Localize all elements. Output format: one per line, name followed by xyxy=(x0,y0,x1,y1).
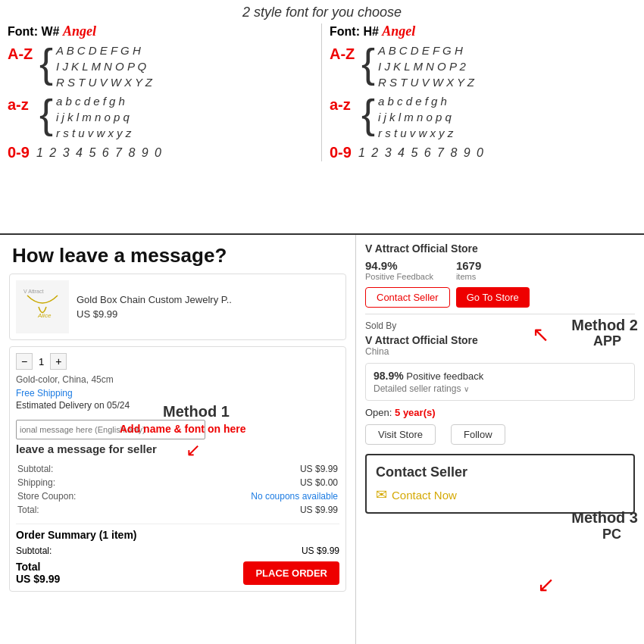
font-left-uppercase-letters: A B C D E F G H I J K L M N O P Q R S T … xyxy=(56,42,152,90)
qty-value: 1 xyxy=(39,356,44,367)
font-left-label: Font: W# Angel xyxy=(8,23,314,39)
font-right-num-values: 1 2 3 4 5 6 7 8 9 0 xyxy=(358,146,485,160)
chevron-down-icon: ∨ xyxy=(464,385,469,393)
store-name: V Attract Official Store xyxy=(365,242,635,255)
font-right-uppercase-block: A-Z { A B C D E F G H I J K L M N O P 2 … xyxy=(330,42,636,90)
font-right-az-upper: A-Z xyxy=(330,45,358,63)
free-shipping-label: Free Shipping xyxy=(16,388,339,399)
font-left-az-upper: A-Z xyxy=(8,45,36,63)
font-right-lowercase-letters: a b c d e f g h i j k l m n o p q r s t … xyxy=(378,93,453,141)
contact-box: Contact Seller ✉ Contact Now xyxy=(365,454,635,514)
order-details: − 1 + Gold-color, China, 45cm Free Shipp… xyxy=(9,346,346,592)
font-right-numbers-row: 0-9 1 2 3 4 5 6 7 8 9 0 xyxy=(330,144,636,161)
how-to-title: How leave a message? xyxy=(0,235,355,274)
os-total-row: Total US $9.99 PLACE ORDER xyxy=(16,561,339,585)
store-stats: 94.9% Positive Feedback 1679 items xyxy=(365,259,635,281)
method1-label: Method 1 xyxy=(163,403,230,420)
font-left-numbers-row: 0-9 1 2 3 4 5 6 7 8 9 0 xyxy=(8,144,314,161)
font-left-az-lower: a-z xyxy=(8,96,36,114)
feedback-box: 98.9% Positive feedback Detailed seller … xyxy=(365,363,635,401)
subtotal-label: Subtotal: xyxy=(17,463,146,475)
font-left-uppercase-block: A-Z { A B C D E F G H I J K L M N O P Q … xyxy=(8,42,314,90)
items-count: 1679 xyxy=(456,259,481,272)
mail-icon: ✉ xyxy=(376,486,387,503)
bottom-section: How leave a message? V Attract Alice Gol… xyxy=(0,235,644,644)
font-left-col: Font: W# Angel A-Z { A B C D E F G H I J… xyxy=(0,23,322,161)
feedback-pct: 94.9% xyxy=(365,259,433,272)
os-subtotal-val: US $9.99 xyxy=(302,546,339,556)
product-name: Gold Box Chain Custom Jewelry P.. xyxy=(77,294,232,305)
method2-label: Method 2 xyxy=(571,317,638,334)
feedback-detail-link[interactable]: Detailed seller ratings ∨ xyxy=(374,383,627,394)
subtotal-val: US $9.99 xyxy=(148,463,338,475)
font-right-num-label: 0-9 xyxy=(330,144,358,161)
product-price: US $9.99 xyxy=(77,308,232,320)
top-title: 2 style font for you choose xyxy=(0,0,644,23)
app-label: APP xyxy=(593,333,621,349)
go-to-store-button[interactable]: Go To Store xyxy=(456,287,530,308)
total-sm-label: Total: xyxy=(17,504,146,516)
contact-seller-button[interactable]: Contact Seller xyxy=(365,287,450,308)
font-right-lowercase-block: a-z { a b c d e f g h i j k l m n o p q … xyxy=(330,93,636,141)
os-total-left: Total US $9.99 xyxy=(16,561,60,585)
font-right-name: Angel xyxy=(382,23,415,39)
os-total-price: US $9.99 xyxy=(16,573,60,585)
font-right-col: Font: H# Angel A-Z { A B C D E F G H I J… xyxy=(322,23,644,161)
font-left-num-label: 0-9 xyxy=(8,144,36,161)
qty-row: − 1 + xyxy=(16,353,339,370)
font-left-brace-upper: { xyxy=(39,42,53,83)
font-left-num-values: 1 2 3 4 5 6 7 8 9 0 xyxy=(36,146,163,160)
svg-text:Alice: Alice xyxy=(37,312,52,319)
method1-annotation: Method 1 xyxy=(163,403,230,420)
method3-label: Method 3 xyxy=(571,509,638,527)
variant-label: Gold-color, China, 45cm xyxy=(16,374,339,385)
feedback-label: Positive Feedback xyxy=(365,272,433,281)
total-sm-val: US $9.99 xyxy=(148,504,338,516)
font-left-lowercase-letters: a b c d e f g h i j k l m n o p q r s t … xyxy=(56,93,131,141)
font-right-uppercase-letters: A B C D E F G H I J K L M N O P 2 R S T … xyxy=(378,42,474,90)
visit-follow-row: Visit Store Follow xyxy=(365,424,635,445)
os-total-label: Total xyxy=(16,561,60,573)
qty-minus-button[interactable]: − xyxy=(16,353,33,370)
feedback-stat: 94.9% Positive Feedback xyxy=(365,259,433,281)
subtotal-row: Subtotal: US $9.99 xyxy=(17,463,338,475)
contact-box-title: Contact Seller xyxy=(376,464,624,480)
order-summary-title: Order Summary (1 item) xyxy=(16,529,339,541)
font-left-name: Angel xyxy=(63,23,96,39)
visit-store-button[interactable]: Visit Store xyxy=(365,424,436,445)
arrow-method2-icon: ↖ xyxy=(532,322,549,347)
coupon-label: Store Coupon: xyxy=(17,490,146,502)
feedback-detail-txt: Positive feedback xyxy=(406,370,483,382)
product-card: V Attract Alice Gold Box Chain Custom Je… xyxy=(9,274,346,340)
font-right-az-lower: a-z xyxy=(330,96,358,114)
font-left-lowercase-block: a-z { a b c d e f g h i j k l m n o p q … xyxy=(8,93,314,141)
feedback-detail-pct: 98.9% xyxy=(374,370,404,382)
leave-message-label: leave a message for seller xyxy=(16,442,339,455)
place-order-button[interactable]: PLACE ORDER xyxy=(243,561,339,585)
arrow-method3-icon: ↙ xyxy=(537,572,555,597)
totals-table: Subtotal: US $9.99 Shipping: US $0.00 St… xyxy=(16,461,339,517)
font-left-prefix: Font: W# xyxy=(8,25,63,38)
contact-now-link[interactable]: Contact Now xyxy=(392,489,457,502)
right-panel: V Attract Official Store 94.9% Positive … xyxy=(356,235,644,644)
coupon-val: No coupons available xyxy=(148,490,338,502)
shipping-label: Shipping: xyxy=(17,477,146,489)
font-right-brace-upper: { xyxy=(361,42,375,83)
font-left-brace-lower: { xyxy=(39,93,53,134)
divider xyxy=(16,524,339,524)
left-panel: How leave a message? V Attract Alice Gol… xyxy=(0,235,356,644)
product-info: Gold Box Chain Custom Jewelry P.. US $9.… xyxy=(77,294,232,320)
qty-plus-button[interactable]: + xyxy=(50,353,67,370)
os-subtotal-row: Subtotal: US $9.99 xyxy=(16,546,339,556)
add-name-label: Add name & font on here xyxy=(120,423,245,435)
necklace-icon: V Attract Alice xyxy=(20,284,65,330)
product-image: V Attract Alice xyxy=(16,280,69,333)
font-right-label: Font: H# Angel xyxy=(330,23,636,39)
open-years: 5 year(s) xyxy=(395,407,435,418)
font-right-prefix: Font: H# xyxy=(330,25,382,38)
pc-label: PC xyxy=(602,527,621,542)
shipping-val: US $0.00 xyxy=(148,477,338,489)
font-display-section: 2 style font for you choose Font: W# Ang… xyxy=(0,0,644,235)
follow-button[interactable]: Follow xyxy=(451,424,505,445)
divider-right-1 xyxy=(365,314,635,314)
